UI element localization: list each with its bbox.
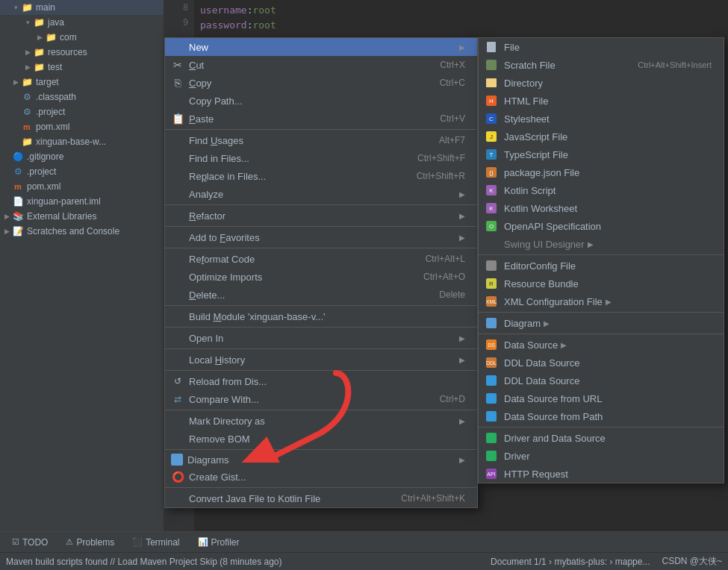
menu-item-label: Reformat Code xyxy=(189,254,408,265)
submenu-arrow: ▶ xyxy=(459,334,465,342)
menu-item-label: Analyze xyxy=(189,189,456,200)
shortcut: Ctrl+Alt+Shift+K xyxy=(401,493,465,504)
tree-item-classpath[interactable]: ▶ ⚙ .classpath xyxy=(0,90,164,104)
tree-item-pom-2[interactable]: ▶ m pom.xml xyxy=(0,179,164,194)
menu-item-build[interactable]: Build Module 'xinguan-base-v...' xyxy=(165,307,477,325)
menu-item-reload[interactable]: ↺ Reload from Dis... xyxy=(165,372,477,390)
shortcut: Ctrl+Shift+R xyxy=(417,171,465,181)
tree-item-parent-iml[interactable]: ▶ 📄 xinguan-parent.iml xyxy=(0,194,164,209)
menu-item-convert-kotlin[interactable]: Convert Java File to Kotlin File Ctrl+Al… xyxy=(165,489,477,507)
submenu-arrow: ▶ xyxy=(561,341,567,349)
cut-icon: ✂ xyxy=(171,58,184,72)
menu-item-analyze[interactable]: Analyze ▶ xyxy=(165,185,477,203)
context-menu-sub-new: File Scratch File Ctrl+Alt+Shift+Insert … xyxy=(478,37,724,483)
submenu-item-datasource-path[interactable]: Data Source from URL xyxy=(479,389,724,407)
tree-item-project-2[interactable]: ▶ ⚙ .project xyxy=(0,164,164,179)
tree-item-xinguan[interactable]: ▶ 📁 xinguan-base-w... xyxy=(0,134,164,149)
tree-item-gitignore[interactable]: ▶ 🔵 .gitignore xyxy=(0,149,164,164)
submenu-item-driver[interactable]: Driver xyxy=(479,447,724,465)
menu-item-open-in[interactable]: Open In ▶ xyxy=(165,329,477,347)
submenu-item-ts[interactable]: T TypeScript File xyxy=(479,145,724,163)
tab-todo[interactable]: ☑ TODO xyxy=(6,536,54,549)
menu-item-diagrams[interactable]: Diagrams ▶ xyxy=(165,451,477,468)
submenu-label: Data Source from URL xyxy=(504,393,603,404)
submenu-item-resource-bundle[interactable]: R Resource Bundle xyxy=(479,275,724,292)
classpath-icon: ⚙ xyxy=(21,91,33,103)
menu-item-refactor[interactable]: Refactor ▶ xyxy=(165,207,477,225)
menu-item-new[interactable]: New ▶ xyxy=(165,38,477,56)
submenu-item-scratch[interactable]: Scratch File Ctrl+Alt+Shift+Insert xyxy=(479,56,724,74)
separator xyxy=(165,204,477,205)
submenu-item-html[interactable]: H HTML File xyxy=(479,92,724,110)
submenu-label: Driver xyxy=(504,451,530,462)
submenu-item-stylesheet[interactable]: C Stylesheet xyxy=(479,110,724,128)
separator xyxy=(165,348,477,349)
diagram-icon xyxy=(485,316,498,330)
menu-item-create-gist[interactable]: ⭕ Create Gist... xyxy=(165,468,477,486)
todo-icon: ☑ xyxy=(12,537,19,547)
menu-item-reformat[interactable]: Reformat Code Ctrl+Alt+L xyxy=(165,250,477,268)
menu-item-copy[interactable]: ⎘ Copy Ctrl+C xyxy=(165,74,477,92)
tab-terminal[interactable]: ⬛ Terminal xyxy=(126,536,185,549)
tree-item-main[interactable]: ▾ 📁 main xyxy=(0,0,164,15)
tab-label: TODO xyxy=(22,537,48,548)
menu-item-remove-bom[interactable]: Remove BOM xyxy=(165,430,477,448)
submenu-item-kotlin-script[interactable]: K Kotlin Script xyxy=(479,181,724,199)
menu-item-compare[interactable]: ⇄ Compare With... Ctrl+D xyxy=(165,390,477,408)
paste-icon: 📋 xyxy=(171,112,184,125)
tree-item-external-libs[interactable]: ▶ 📚 External Libraries xyxy=(0,209,164,224)
submenu-item-diagram[interactable]: Diagram ▶ xyxy=(479,314,724,332)
tree-label: External Libraries xyxy=(27,211,96,222)
submenu-item-datasource[interactable]: DS Data Source ▶ xyxy=(479,336,724,354)
submenu-item-directory[interactable]: Directory xyxy=(479,74,724,92)
submenu-item-file[interactable]: File xyxy=(479,38,724,56)
menu-item-delete[interactable]: Delete... Delete xyxy=(165,286,477,304)
tree-item-resources[interactable]: ▶ 📁 resources xyxy=(0,45,164,60)
submenu-item-xml-config[interactable]: XML XML Configuration File ▶ xyxy=(479,292,724,310)
submenu-label: package.json File xyxy=(504,167,579,178)
submenu-label: HTML File xyxy=(504,95,548,107)
tree-item-project-1[interactable]: ▶ ⚙ .project xyxy=(0,104,164,119)
menu-item-label: Find Usages xyxy=(189,135,421,146)
tree-item-target[interactable]: ▶ 📁 target xyxy=(0,75,164,90)
menu-item-mark-directory[interactable]: Mark Directory as ▶ xyxy=(165,412,477,430)
submenu-item-datasource-in-path[interactable]: Data Source from Path xyxy=(479,407,724,425)
submenu-item-kotlin-worksheet[interactable]: K Kotlin Worksheet xyxy=(479,199,724,217)
tree-item-java[interactable]: ▾ 📁 java xyxy=(0,15,164,30)
menu-item-paste[interactable]: 📋 Paste Ctrl+V xyxy=(165,110,477,128)
menu-item-add-favorites[interactable]: Add to Favorites ▶ xyxy=(165,228,477,246)
submenu-label: Data Source xyxy=(504,339,558,351)
tree-item-com[interactable]: ▶ 📁 com xyxy=(0,30,164,45)
menu-item-label: Local History xyxy=(189,354,456,366)
tab-problems[interactable]: ⚠ Problems xyxy=(60,536,120,549)
menu-item-local-history[interactable]: Local History ▶ xyxy=(165,351,477,369)
menu-item-replace-in-files[interactable]: Replace in Files... Ctrl+Shift+R xyxy=(165,167,477,185)
tree-label: com xyxy=(60,32,77,43)
submenu-item-datasource-url[interactable]: DDL Data Source xyxy=(479,372,724,389)
menu-item-optimize[interactable]: Optimize Imports Ctrl+Alt+O xyxy=(165,268,477,286)
submenu-item-package-json[interactable]: {} package.json File xyxy=(479,163,724,181)
menu-item-cut[interactable]: ✂ Cut Ctrl+X xyxy=(165,56,477,74)
http-icon: API xyxy=(485,467,498,480)
copy-path-icon xyxy=(171,94,184,107)
submenu-item-js[interactable]: J JavaScript File xyxy=(479,128,724,145)
tree-item-scratches[interactable]: ▶ 📝 Scratches and Console xyxy=(0,224,164,239)
submenu-item-driver-datasource[interactable]: Driver and Data Source xyxy=(479,429,724,447)
folder-icon: 📁 xyxy=(21,76,33,88)
submenu-item-ddl-datasource[interactable]: DDL DDL Data Source xyxy=(479,354,724,372)
tab-label: Problems xyxy=(76,537,114,548)
submenu-item-openapi[interactable]: O OpenAPI Specification xyxy=(479,217,724,235)
tree-label: test xyxy=(48,62,62,72)
bom-icon xyxy=(171,432,184,445)
submenu-item-editorconfig[interactable]: EditorConfig File xyxy=(479,257,724,275)
tree-item-pom-1[interactable]: ▶ m pom.xml xyxy=(0,119,164,134)
menu-item-copy-path[interactable]: Copy Path... xyxy=(165,92,477,110)
tab-profiler[interactable]: 📊 Profiler xyxy=(192,536,246,549)
menu-item-find-in-files[interactable]: Find in Files... Ctrl+Shift+F xyxy=(165,149,477,167)
tree-item-test[interactable]: ▶ 📁 test xyxy=(0,60,164,75)
submenu-item-http[interactable]: API HTTP Request xyxy=(479,465,724,483)
compare-icon: ⇄ xyxy=(171,392,184,406)
menu-item-label: Compare With... xyxy=(189,394,422,405)
menu-item-find-usages[interactable]: Find Usages Alt+F7 xyxy=(165,131,477,149)
status-right: Document 1/1 › mybatis-plus: › mappe... … xyxy=(491,555,722,568)
